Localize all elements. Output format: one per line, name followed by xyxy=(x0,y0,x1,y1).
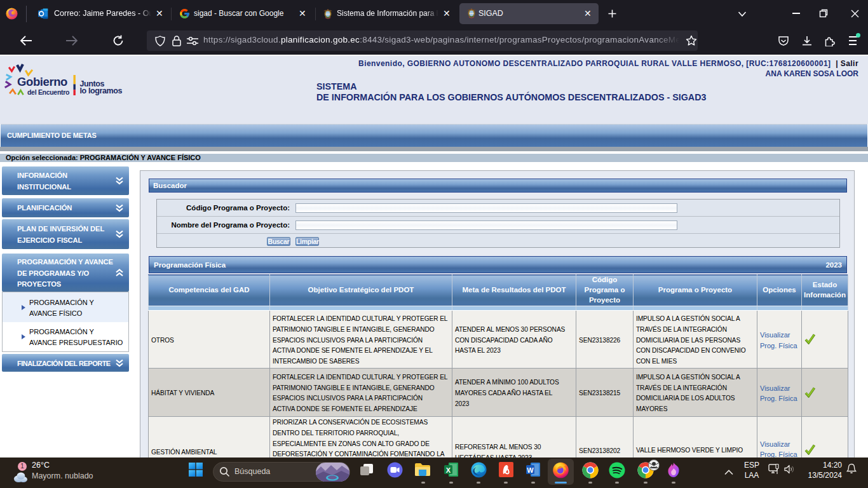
svg-text:W: W xyxy=(527,466,534,474)
svg-text:Gobierno: Gobierno xyxy=(17,75,67,88)
svg-text:lo logramos: lo logramos xyxy=(80,86,123,95)
svg-text:X: X xyxy=(446,466,451,474)
svg-text:del Encuentro: del Encuentro xyxy=(27,88,69,96)
